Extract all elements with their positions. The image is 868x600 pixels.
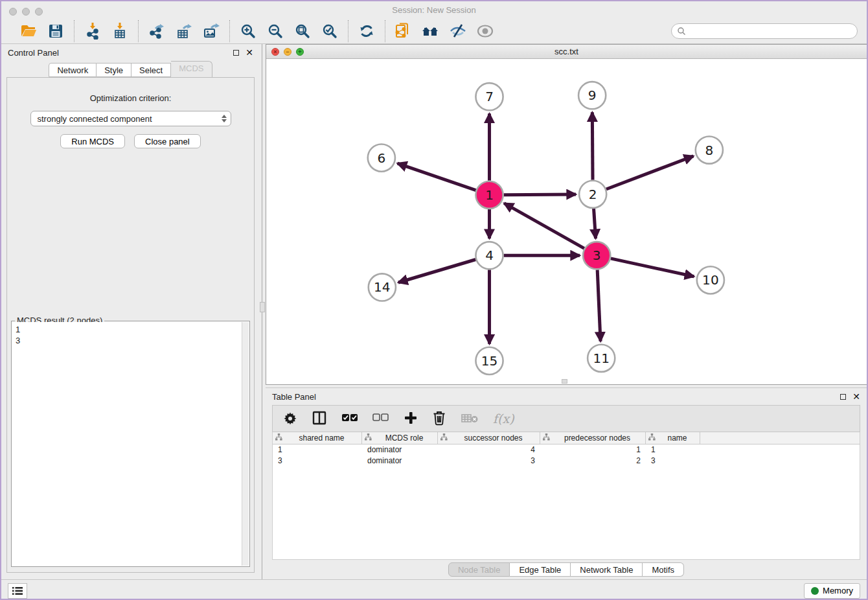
- table-cell[interactable]: 1: [273, 444, 362, 456]
- network-overview-button[interactable]: [422, 22, 440, 40]
- close-table-panel-icon[interactable]: ✕: [852, 394, 860, 400]
- export-image-button[interactable]: [202, 22, 220, 40]
- float-table-panel-icon[interactable]: [840, 394, 846, 400]
- zoom-in-icon: [240, 23, 257, 40]
- tab-motifs[interactable]: Motifs: [643, 562, 684, 577]
- optimization-criterion-select[interactable]: strongly connected component: [30, 111, 231, 126]
- network-window-titlebar[interactable]: × − + scc.txt: [266, 45, 867, 59]
- optimization-criterion-label: Optimization criterion:: [11, 93, 250, 103]
- show-panels-button[interactable]: [476, 22, 494, 40]
- save-session-button[interactable]: [47, 22, 65, 40]
- tab-node-table[interactable]: Node Table: [448, 562, 510, 577]
- table-cell[interactable]: 2: [540, 456, 646, 467]
- delete-table-button: [461, 411, 479, 426]
- run-mcds-button[interactable]: Run MCDS: [60, 134, 125, 148]
- graph-node-4[interactable]: 4: [475, 242, 503, 269]
- network-graph[interactable]: 7968124314101511: [266, 59, 867, 384]
- splitter-handle[interactable]: [260, 302, 265, 312]
- close-panel-icon[interactable]: ✕: [246, 50, 253, 56]
- table-cell[interactable]: 3: [273, 456, 362, 467]
- tab-edge-table[interactable]: Edge Table: [510, 562, 571, 577]
- graph-node-6[interactable]: 6: [368, 144, 395, 172]
- edge-4-14[interactable]: [398, 259, 475, 282]
- table-cell[interactable]: dominator: [362, 456, 438, 467]
- graph-node-14[interactable]: 14: [369, 273, 396, 301]
- add-column-button[interactable]: [404, 411, 418, 427]
- memory-button[interactable]: Memory: [804, 583, 860, 599]
- mcds-result-text[interactable]: 1 3: [12, 322, 242, 566]
- zoom-in-button[interactable]: [239, 22, 257, 40]
- table-cell[interactable]: dominator: [362, 444, 438, 456]
- tab-network[interactable]: Network: [49, 63, 97, 77]
- column-header-MCDS-role[interactable]: MCDS role: [362, 432, 438, 444]
- table-row[interactable]: 3dominator323: [273, 456, 860, 467]
- select-all-button[interactable]: [341, 413, 358, 425]
- edge-2-3[interactable]: [594, 209, 596, 238]
- edge-1-2[interactable]: [504, 194, 576, 195]
- refresh-button[interactable]: [358, 22, 376, 40]
- tab-select[interactable]: Select: [131, 63, 171, 77]
- zoom-window-button[interactable]: [35, 8, 43, 16]
- graph-node-8[interactable]: 8: [696, 136, 723, 163]
- edge-2-9[interactable]: [592, 112, 593, 179]
- minimize-window-button[interactable]: [22, 8, 30, 16]
- hide-panels-button[interactable]: [449, 22, 467, 40]
- zoom-selected-button[interactable]: [321, 22, 339, 40]
- table-cell[interactable]: 1: [646, 444, 700, 456]
- graph-node-7[interactable]: 7: [475, 83, 503, 110]
- graph-node-11[interactable]: 11: [588, 345, 615, 372]
- panel-splitter[interactable]: [260, 44, 266, 579]
- canvas-scroll-handle[interactable]: [562, 379, 567, 384]
- search-input[interactable]: [671, 23, 858, 39]
- table-mode-button[interactable]: [283, 411, 297, 427]
- graph-node-1[interactable]: 1: [475, 181, 503, 209]
- tab-mcds[interactable]: MCDS: [171, 61, 212, 77]
- graph-node-15[interactable]: 15: [475, 347, 503, 375]
- graph-node-10[interactable]: 10: [697, 266, 724, 294]
- column-header-successor-nodes[interactable]: successor nodes: [438, 432, 540, 444]
- float-panel-icon[interactable]: [233, 50, 239, 56]
- network-minimize-button[interactable]: −: [284, 48, 291, 56]
- delete-column-button[interactable]: [432, 410, 446, 428]
- clone-network-button[interactable]: [394, 22, 413, 40]
- column-type-icon: [543, 433, 552, 443]
- table-cell[interactable]: 3: [438, 456, 540, 467]
- table-row[interactable]: 1dominator411: [273, 444, 860, 456]
- column-header-name[interactable]: name: [646, 432, 700, 444]
- edge-3-10[interactable]: [611, 259, 694, 277]
- network-maximize-button[interactable]: +: [296, 48, 304, 56]
- table-cell[interactable]: 1: [540, 444, 646, 456]
- deselect-all-button[interactable]: [372, 413, 389, 425]
- close-window-button[interactable]: [9, 8, 17, 16]
- task-history-button[interactable]: [8, 583, 27, 599]
- tab-network-table[interactable]: Network Table: [571, 562, 643, 577]
- edge-2-8[interactable]: [606, 156, 694, 189]
- column-header-predecessor-nodes[interactable]: predecessor nodes: [540, 432, 646, 444]
- table-cell[interactable]: 3: [646, 456, 700, 467]
- result-scrollbar[interactable]: [242, 322, 249, 566]
- zoom-fit-button[interactable]: [293, 22, 312, 40]
- import-network-button[interactable]: [84, 22, 102, 40]
- open-session-button[interactable]: [19, 22, 38, 40]
- import-table-button[interactable]: [111, 22, 129, 40]
- edge-3-11[interactable]: [597, 270, 600, 341]
- zoom-out-button[interactable]: [266, 22, 284, 40]
- graph-node-3[interactable]: 3: [583, 242, 610, 269]
- export-network-button[interactable]: [148, 22, 166, 40]
- graph-node-2[interactable]: 2: [579, 181, 606, 208]
- network-canvas[interactable]: 7968124314101511: [266, 59, 867, 384]
- graph-node-9[interactable]: 9: [578, 82, 606, 109]
- column-header-shared-name[interactable]: shared name: [273, 432, 362, 444]
- table-cell[interactable]: 4: [438, 444, 540, 456]
- delete-column-icon: [432, 410, 446, 428]
- export-table-button[interactable]: [175, 22, 193, 40]
- edge-3-1[interactable]: [504, 203, 584, 249]
- svg-text:3: 3: [593, 248, 601, 263]
- network-close-button[interactable]: ×: [271, 48, 279, 56]
- export-table-icon: [176, 23, 192, 40]
- tab-style[interactable]: Style: [97, 63, 131, 77]
- window-controls[interactable]: [9, 8, 43, 16]
- edge-1-6[interactable]: [398, 163, 476, 190]
- close-panel-button[interactable]: Close panel: [134, 134, 201, 148]
- show-columns-button[interactable]: [312, 410, 327, 428]
